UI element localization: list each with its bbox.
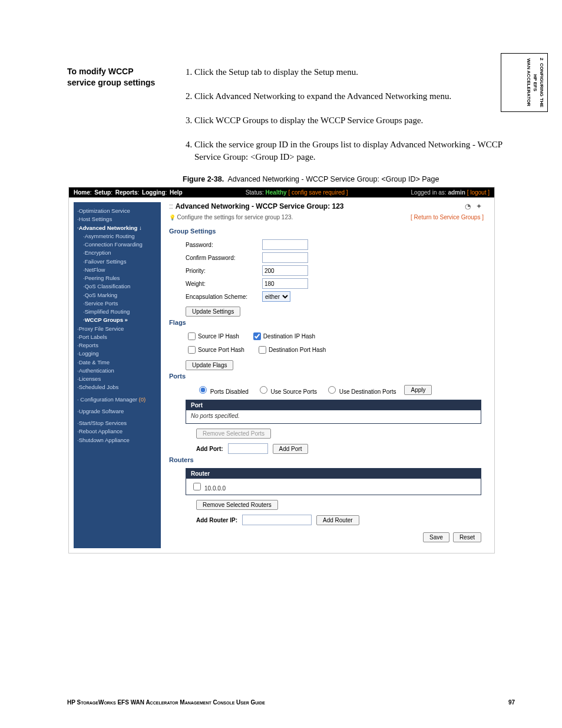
routers-table-header: Router (186, 469, 481, 479)
group-settings-heading: Group Settings (169, 228, 484, 235)
step-4: Click the service group ID in the Groups… (194, 139, 521, 163)
confirm-password-label: Confirm Password: (186, 255, 262, 261)
encap-select[interactable]: either (262, 291, 290, 302)
sidebar-item[interactable]: Proxy File Service (77, 325, 157, 333)
add-port-button[interactable]: Add Port (273, 444, 309, 454)
priority-input[interactable] (262, 265, 308, 276)
sidebar-item[interactable]: QoS Marking (77, 291, 157, 299)
remove-routers-button[interactable]: Remove Selected Routers (196, 500, 278, 510)
flags-heading: Flags (169, 319, 484, 326)
procedure-heading: To modify WCCP service group settings (67, 66, 183, 187)
nav-home[interactable]: Home (74, 189, 90, 196)
sidebar-item[interactable]: Licenses (77, 375, 157, 383)
page-footer: HP StorageWorks EFS WAN Accelerator Mana… (0, 699, 562, 706)
nav-logging[interactable]: Logging (142, 189, 165, 196)
hint-text: Configure the settings for service group… (169, 214, 293, 220)
sidebar-item-wccp-groups[interactable]: WCCP Groups » (77, 316, 157, 324)
add-router-button[interactable]: Add Router (316, 515, 359, 525)
sidebar-item[interactable]: Failover Settings (77, 258, 157, 266)
password-label: Password: (186, 242, 262, 248)
nav-help[interactable]: Help (170, 189, 183, 196)
status-value: Healthy (266, 189, 287, 196)
sidebar-item[interactable]: Connection Forwarding (77, 241, 157, 249)
encap-label: Encapsulation Scheme: (186, 294, 262, 300)
update-flags-button[interactable]: Update Flags (186, 360, 233, 370)
config-save-link[interactable]: [ config save required ] (288, 189, 348, 196)
sidebar-item[interactable]: Encryption (77, 249, 157, 257)
sidebar-item-advanced-networking[interactable]: Advanced Networking ↓ (77, 224, 157, 232)
apply-ports-button[interactable]: Apply (404, 385, 432, 395)
app-screenshot: Home: Setup: Reports: Logging: Help Stat… (68, 187, 495, 554)
dst-ip-hash-checkbox[interactable] (253, 332, 261, 340)
title-icons[interactable]: ◔ ✦ (465, 202, 484, 210)
ports-disabled-radio[interactable] (199, 386, 207, 394)
sidebar-item[interactable]: Shutdown Appliance (77, 436, 157, 444)
src-port-hash-checkbox[interactable] (188, 346, 196, 354)
sidebar-item[interactable]: Simplified Routing (77, 308, 157, 316)
procedure-steps: Click the Setup tab to display the Setup… (183, 66, 521, 163)
footer-title: HP StorageWorks EFS WAN Accelerator Mana… (67, 699, 265, 706)
app-topbar: Home: Setup: Reports: Logging: Help Stat… (69, 187, 494, 197)
add-router-input[interactable] (242, 515, 312, 525)
add-port-input[interactable] (228, 443, 268, 454)
nav-setup[interactable]: Setup (94, 189, 111, 196)
routers-table-row[interactable]: 10.0.0.0 (186, 479, 481, 495)
remove-ports-button[interactable]: Remove Selected Ports (196, 429, 271, 439)
main-panel: ::Advanced Networking - WCCP Service Gro… (161, 202, 490, 548)
status-bar: Status: Healthy [ config save required ] (246, 189, 348, 196)
step-2: Click Advanced Networking to expand the … (194, 90, 521, 103)
sidebar-item[interactable]: Authentication (77, 367, 157, 375)
ports-table-empty: No ports specified. (186, 410, 481, 423)
add-router-label: Add Router IP: (196, 517, 237, 523)
figure-caption: Figure 2-38. Advanced Networking - WCCP … (183, 175, 521, 183)
sidebar-item[interactable]: Asymmetric Routing (77, 232, 157, 241)
step-1: Click the Setup tab to display the Setup… (194, 66, 521, 78)
page-title: ::Advanced Networking - WCCP Service Gro… (169, 202, 344, 210)
chapter-tab: 2 CONFIGURING THE HP EFS WAN ACCELERATOR (501, 53, 548, 112)
sidebar-item[interactable]: Date & Time (77, 358, 157, 367)
weight-input[interactable] (262, 278, 308, 289)
password-input[interactable] (262, 239, 308, 250)
reset-button[interactable]: Reset (453, 532, 481, 542)
sidebar-item[interactable]: Scheduled Jobs (77, 383, 157, 391)
add-port-label: Add Port: (196, 446, 223, 452)
routers-table: Router 10.0.0.0 (186, 468, 481, 495)
save-button[interactable]: Save (423, 532, 449, 542)
sidebar-item[interactable]: NetFlow (77, 266, 157, 274)
login-info: Logged in as: admin [ logout ] (411, 189, 490, 196)
sidebar-item[interactable]: Port Labels (77, 333, 157, 341)
sidebar-item[interactable]: QoS Classification (77, 282, 157, 291)
ports-table: Port No ports specified. (186, 400, 481, 424)
routers-heading: Routers (169, 456, 484, 463)
top-nav: Home: Setup: Reports: Logging: Help (74, 189, 183, 196)
use-source-ports-radio[interactable] (260, 386, 267, 394)
src-ip-hash-checkbox[interactable] (188, 332, 196, 340)
step-3: Click WCCP Groups to display the WCCP Se… (194, 114, 521, 127)
chapter-title-1: CONFIGURING THE HP EFS (533, 63, 544, 107)
sidebar-config-manager[interactable]: Configuration Manager (0) (77, 396, 157, 404)
sidebar-item[interactable]: Host Settings (77, 215, 157, 223)
weight-label: Weight: (186, 281, 262, 287)
priority-label: Priority: (186, 268, 262, 274)
router-row-checkbox[interactable] (193, 483, 201, 490)
page-number: 97 (508, 699, 515, 706)
sidebar-item[interactable]: Reboot Appliance (77, 427, 157, 436)
sidebar: Optimization Service Host Settings Advan… (74, 202, 161, 548)
ports-table-header: Port (186, 400, 481, 410)
sidebar-item-upgrade[interactable]: Upgrade Software (77, 407, 157, 416)
return-link[interactable]: [ Return to Service Groups ] (411, 214, 484, 220)
chapter-number: 2 (539, 58, 544, 60)
logout-link[interactable]: [ logout ] (467, 189, 490, 196)
ports-heading: Ports (169, 373, 484, 380)
nav-reports[interactable]: Reports (115, 189, 138, 196)
confirm-password-input[interactable] (262, 252, 308, 263)
dst-port-hash-checkbox[interactable] (259, 346, 266, 354)
update-settings-button[interactable]: Update Settings (186, 307, 240, 317)
sidebar-item[interactable]: Peering Rules (77, 274, 157, 282)
use-dest-ports-radio[interactable] (328, 386, 336, 394)
sidebar-item[interactable]: Service Ports (77, 299, 157, 308)
sidebar-item[interactable]: Optimization Service (77, 207, 157, 215)
sidebar-item[interactable]: Logging (77, 350, 157, 358)
sidebar-item[interactable]: Start/Stop Services (77, 419, 157, 427)
sidebar-item[interactable]: Reports (77, 341, 157, 350)
